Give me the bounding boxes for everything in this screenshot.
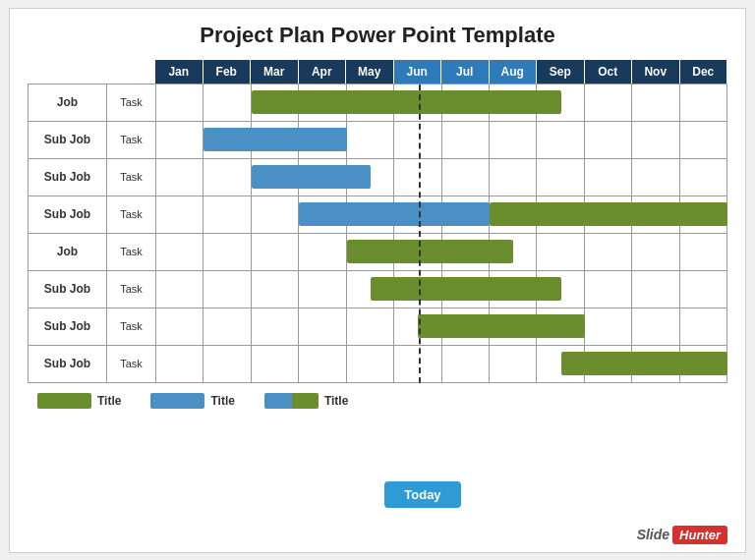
cell: [585, 271, 632, 308]
legend-label: Title: [210, 394, 234, 408]
cell: [203, 196, 251, 233]
row-label: Sub Job: [29, 346, 107, 382]
table-row: JobTask: [29, 234, 727, 271]
cell: [156, 271, 203, 308]
legend: TitleTitleTitle: [28, 393, 727, 409]
gantt-cells: [156, 234, 727, 270]
cell: [156, 346, 203, 382]
row-task: Task: [107, 271, 156, 308]
cell: [347, 308, 394, 345]
cell: [442, 122, 490, 158]
cell: [632, 122, 679, 158]
today-button[interactable]: Today: [384, 481, 460, 508]
cell: [585, 122, 632, 158]
cell: [156, 84, 203, 121]
cell: [490, 122, 537, 158]
cell: [680, 84, 727, 121]
cell: [680, 234, 727, 270]
cell: [156, 159, 203, 196]
gantt-cells: [156, 196, 727, 233]
cell: [203, 308, 251, 345]
cell: [490, 346, 537, 382]
cell: [442, 346, 490, 382]
cell: [203, 346, 251, 382]
row-task: Task: [107, 122, 156, 158]
cell: [490, 159, 537, 196]
cell: [203, 159, 251, 196]
legend-bar: [264, 393, 319, 409]
month-header-dec: Dec: [680, 60, 728, 84]
month-header-sep: Sep: [537, 60, 585, 84]
row-task: Task: [107, 196, 156, 233]
cell: [203, 84, 251, 121]
gantt-cells: [156, 159, 727, 196]
gantt-cells: [156, 271, 727, 308]
cell: [156, 234, 203, 270]
legend-label: Title: [97, 394, 121, 408]
cell: [442, 159, 490, 196]
legend-bar: [150, 393, 204, 409]
month-header-aug: Aug: [490, 60, 538, 84]
cell: [347, 346, 394, 382]
cell: [252, 196, 299, 233]
row-label: Sub Job: [29, 308, 107, 345]
month-header-jan: Jan: [155, 60, 203, 84]
cell: [585, 308, 632, 345]
cell: [537, 159, 584, 196]
cell: [203, 271, 251, 308]
month-header-jun: Jun: [394, 60, 442, 84]
cell: [394, 122, 441, 158]
logo-hunter: Hunter: [672, 526, 727, 544]
month-header-apr: Apr: [299, 60, 347, 84]
cell: [680, 271, 727, 308]
cell: [299, 234, 346, 270]
row-task: Task: [107, 159, 156, 196]
logo-slide: Slide: [637, 527, 669, 542]
gantt-bar: [490, 202, 727, 226]
cell: [632, 234, 679, 270]
row-label: Job: [29, 234, 107, 270]
cell: [632, 308, 679, 345]
cell: [394, 159, 441, 196]
table-row: Sub JobTask: [29, 196, 727, 234]
gantt-bar: [252, 90, 561, 114]
row-label: Sub Job: [29, 159, 107, 196]
legend-bar: [37, 393, 91, 409]
gantt-bar: [252, 165, 371, 189]
month-header-mar: Mar: [251, 60, 299, 84]
gantt-cells: [156, 308, 727, 345]
cell: [585, 84, 632, 121]
cell: [156, 122, 203, 158]
gantt-chart: JanFebMarAprMayJunJulAugSepOctNovDec Job…: [28, 60, 727, 383]
gantt-cells: [156, 84, 727, 121]
gantt-cells: [156, 346, 727, 382]
cell: [680, 308, 727, 345]
cell: [680, 122, 727, 158]
month-header-feb: Feb: [203, 60, 252, 84]
legend-item: Title: [150, 393, 234, 409]
gantt-body: JobTaskSub JobTaskSub JobTaskSub JobTask…: [28, 84, 727, 383]
logo: Slide Hunter: [637, 526, 727, 544]
cell: [252, 234, 299, 270]
gantt-bar: [203, 128, 346, 151]
gantt-bar: [418, 314, 584, 338]
cell: [632, 271, 679, 308]
legend-item: Title: [264, 393, 348, 409]
row-label: Sub Job: [29, 196, 107, 233]
table-row: Sub JobTask: [29, 346, 727, 383]
cell: [156, 308, 203, 345]
cell: [252, 308, 299, 345]
slide: Project Plan Power Point Template JanFeb…: [9, 8, 746, 553]
gantt-header: JanFebMarAprMayJunJulAugSepOctNovDec: [155, 60, 727, 84]
cell: [252, 271, 299, 308]
month-header-nov: Nov: [632, 60, 680, 84]
cell: [299, 346, 346, 382]
gantt-bar: [299, 202, 490, 226]
cell: [252, 346, 299, 382]
table-row: JobTask: [29, 84, 727, 122]
table-row: Sub JobTask: [29, 308, 727, 346]
cell: [537, 122, 584, 158]
legend-item: Title: [37, 393, 121, 409]
cell: [585, 159, 632, 196]
table-row: Sub JobTask: [29, 159, 727, 196]
